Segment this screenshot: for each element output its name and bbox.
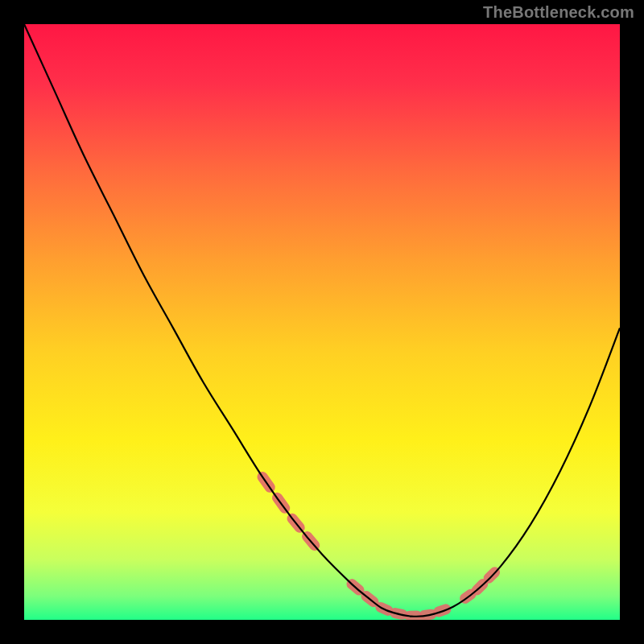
plot-background (24, 24, 620, 620)
watermark-label: TheBottleneck.com (483, 3, 634, 22)
chart-frame: TheBottleneck.com (0, 0, 644, 644)
bottleneck-chart (0, 0, 644, 644)
